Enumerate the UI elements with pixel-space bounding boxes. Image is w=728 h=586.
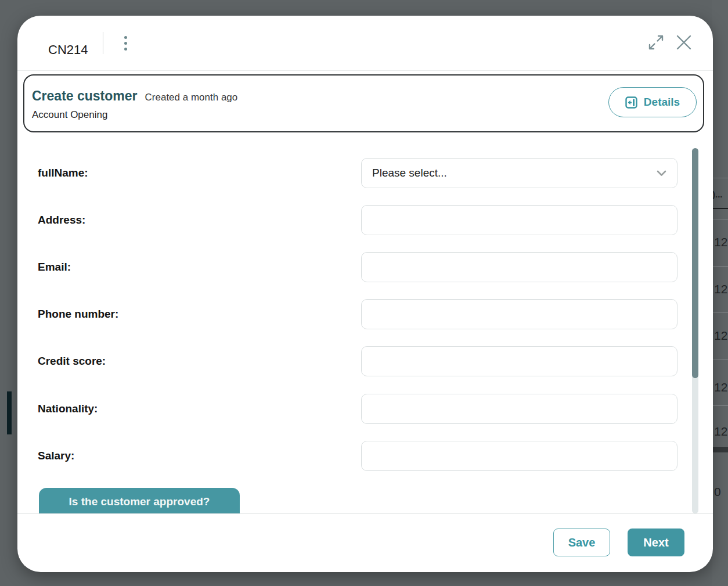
table-section-divider <box>712 447 728 452</box>
next-button[interactable]: Next <box>628 529 684 556</box>
form-row: Email: <box>17 252 713 282</box>
process-subtitle: Account Opening <box>32 109 107 121</box>
table-header-divider <box>712 208 728 209</box>
table-divider <box>712 359 728 359</box>
field-label-fullname: fullName: <box>38 158 88 188</box>
background-table-cell: 12 <box>714 282 728 297</box>
field-label-phone-number: Phone number: <box>38 299 118 329</box>
form-row: Credit score: <box>17 346 713 376</box>
form-row: Nationality: <box>17 394 713 424</box>
fullname-select[interactable]: Please select... <box>361 158 677 188</box>
table-divider <box>712 405 728 406</box>
field-label-credit-score: Credit score: <box>38 346 106 376</box>
table-divider <box>712 312 728 313</box>
header-divider-vertical <box>103 32 103 54</box>
salary-input[interactable] <box>361 441 677 471</box>
table-divider <box>712 266 728 267</box>
screen: )... 12 12 12 12 12 0 CN214 <box>0 0 728 586</box>
header-divider <box>17 70 713 71</box>
scrollbar-track[interactable] <box>692 148 698 513</box>
field-label-address: Address: <box>38 205 85 235</box>
form-section-banner: Is the customer approved? <box>39 488 240 513</box>
close-icon[interactable] <box>675 34 693 52</box>
kebab-menu-icon[interactable] <box>119 31 132 55</box>
background-sidebar-indicator <box>7 391 12 434</box>
field-label-nationality: Nationality: <box>38 394 98 424</box>
process-card-heading: Create customerCreated a month ago <box>32 88 237 104</box>
table-divider <box>712 178 728 178</box>
process-card: Create customerCreated a month ago Accou… <box>23 74 704 132</box>
nationality-input[interactable] <box>361 394 677 424</box>
credit-score-input[interactable] <box>361 346 677 376</box>
expand-icon[interactable] <box>647 34 665 52</box>
background-table-header: )... <box>712 189 728 200</box>
task-id-title: CN214 <box>48 42 88 57</box>
chevron-down-icon <box>657 170 666 177</box>
background-table-cell: 12 <box>714 424 728 439</box>
form-row: Phone number: <box>17 299 713 329</box>
form-row: Address: <box>17 205 713 235</box>
details-button-label: Details <box>644 96 680 109</box>
background-table-cell: 12 <box>714 328 728 343</box>
email-input[interactable] <box>361 252 677 282</box>
address-input[interactable] <box>361 205 677 235</box>
field-label-email: Email: <box>38 252 71 282</box>
background-table-strip: )... 12 12 12 12 12 0 <box>712 0 728 586</box>
background-table-cell: 0 <box>714 484 728 499</box>
form-row: fullName: Please select... <box>17 158 713 188</box>
process-title: Create customer <box>32 88 138 103</box>
footer-divider <box>17 513 713 514</box>
table-divider <box>712 220 728 220</box>
background-table-cell: 12 <box>714 235 728 250</box>
form-row: Salary: <box>17 441 713 471</box>
details-button[interactable]: Details <box>608 87 697 117</box>
created-note: Created a month ago <box>145 92 238 103</box>
select-placeholder: Please select... <box>372 167 447 179</box>
phone-number-input[interactable] <box>361 299 677 329</box>
background-table-cell: 12 <box>714 380 728 395</box>
save-button[interactable]: Save <box>553 529 610 556</box>
create-customer-modal: CN214 Create customerCreated a month ago… <box>17 16 713 572</box>
field-label-salary: Salary: <box>38 441 74 471</box>
scrollbar-thumb[interactable] <box>692 148 698 378</box>
collapse-panel-icon <box>625 96 637 109</box>
